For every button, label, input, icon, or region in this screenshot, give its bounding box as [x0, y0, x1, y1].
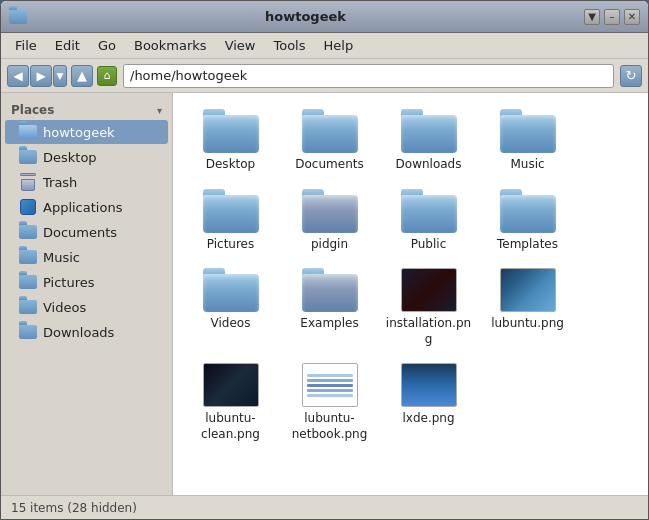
- folder-icon-templates: [500, 189, 556, 233]
- file-label-installation-png: installation.png: [385, 316, 472, 347]
- folder-icon-sm: [19, 148, 37, 166]
- folder-icon-downloads: [401, 109, 457, 153]
- trash-icon: [19, 173, 37, 191]
- file-label-videos: Videos: [211, 316, 251, 332]
- menu-go[interactable]: Go: [90, 35, 124, 56]
- sidebar-label-downloads: Downloads: [43, 325, 114, 340]
- forward-button[interactable]: ▶: [30, 65, 52, 87]
- file-item-lubuntu-netbook-png[interactable]: lubuntu-netbook.png: [282, 357, 377, 448]
- folder-icon-pidgin: [302, 189, 358, 233]
- file-manager-window: howtogeek ▼ – ✕ File Edit Go Bookmarks V…: [0, 0, 649, 520]
- reload-button[interactable]: ↻: [620, 65, 642, 87]
- sidebar-label-documents: Documents: [43, 225, 117, 240]
- menu-edit[interactable]: Edit: [47, 35, 88, 56]
- file-view: Desktop Documents Downloads: [173, 93, 648, 495]
- file-label-examples: Examples: [300, 316, 358, 332]
- sidebar-label-applications: Applications: [43, 200, 122, 215]
- sidebar-item-downloads[interactable]: Downloads: [5, 320, 168, 344]
- file-label-lubuntu-clean-png: lubuntu-clean.png: [187, 411, 274, 442]
- file-item-pictures-folder[interactable]: Pictures: [183, 183, 278, 259]
- file-label-downloads: Downloads: [396, 157, 462, 173]
- folder-icon-sm: [19, 298, 37, 316]
- back-button[interactable]: ◀: [7, 65, 29, 87]
- folder-icon-examples: [302, 268, 358, 312]
- file-item-lubuntu-png[interactable]: lubuntu.png: [480, 262, 575, 353]
- file-item-videos-folder[interactable]: Videos: [183, 262, 278, 353]
- window-controls: ▼ – ✕: [584, 9, 640, 25]
- file-label-pidgin: pidgin: [311, 237, 348, 253]
- file-label-lubuntu-netbook-png: lubuntu-netbook.png: [286, 411, 373, 442]
- file-item-pidgin-folder[interactable]: pidgin: [282, 183, 377, 259]
- file-item-installation-png[interactable]: installation.png: [381, 262, 476, 353]
- status-text: 15 items (28 hidden): [11, 501, 137, 515]
- file-grid: Desktop Documents Downloads: [183, 103, 638, 449]
- folder-icon-desktop: [203, 109, 259, 153]
- sidebar-label-howtogeek: howtogeek: [43, 125, 115, 140]
- minimize-button[interactable]: ▼: [584, 9, 600, 25]
- toolbar: ◀ ▶ ▼ ▲ ⌂ /home/howtogeek ↻: [1, 59, 648, 93]
- file-label-public: Public: [411, 237, 447, 253]
- sidebar-item-trash[interactable]: Trash: [5, 170, 168, 194]
- location-bar[interactable]: /home/howtogeek: [123, 64, 614, 88]
- file-item-lxde-png[interactable]: lxde.png: [381, 357, 476, 448]
- sidebar-label-videos: Videos: [43, 300, 86, 315]
- up-button[interactable]: ▲: [71, 65, 93, 87]
- menubar: File Edit Go Bookmarks View Tools Help: [1, 33, 648, 59]
- file-item-templates-folder[interactable]: Templates: [480, 183, 575, 259]
- titlebar: howtogeek ▼ – ✕: [1, 1, 648, 33]
- location-path: /home/howtogeek: [130, 68, 247, 83]
- sidebar-label-trash: Trash: [43, 175, 77, 190]
- file-label-documents: Documents: [295, 157, 363, 173]
- file-item-desktop[interactable]: Desktop: [183, 103, 278, 179]
- thumbnail-lubuntu: [500, 268, 556, 312]
- file-label-lubuntu-png: lubuntu.png: [491, 316, 564, 332]
- file-item-examples-folder[interactable]: Examples: [282, 262, 377, 353]
- window-icon: [9, 8, 27, 26]
- sidebar-item-howtogeek[interactable]: howtogeek: [5, 120, 168, 144]
- sidebar-label-pictures: Pictures: [43, 275, 94, 290]
- sidebar-item-applications[interactable]: Applications: [5, 195, 168, 219]
- folder-icon-pictures: [203, 189, 259, 233]
- sidebar-item-documents[interactable]: Documents: [5, 220, 168, 244]
- sidebar-item-desktop[interactable]: Desktop: [5, 145, 168, 169]
- sidebar-heading: Places ▾: [1, 99, 172, 119]
- thumbnail-lxde: [401, 363, 457, 407]
- menu-tools[interactable]: Tools: [265, 35, 313, 56]
- file-label-music: Music: [510, 157, 544, 173]
- menu-file[interactable]: File: [7, 35, 45, 56]
- folder-icon-sm: [19, 323, 37, 341]
- file-item-lubuntu-clean-png[interactable]: lubuntu-clean.png: [183, 357, 278, 448]
- folder-icon-sm: [19, 273, 37, 291]
- folder-icon-sm: [19, 248, 37, 266]
- sidebar-item-pictures[interactable]: Pictures: [5, 270, 168, 294]
- file-item-music-folder[interactable]: Music: [480, 103, 575, 179]
- file-label-templates: Templates: [497, 237, 558, 253]
- sidebar-chevron-icon: ▾: [157, 105, 162, 116]
- folder-icon-public: [401, 189, 457, 233]
- nav-dropdown-button[interactable]: ▼: [53, 65, 67, 87]
- menu-help[interactable]: Help: [316, 35, 362, 56]
- folder-icon-documents: [302, 109, 358, 153]
- sidebar-item-videos[interactable]: Videos: [5, 295, 168, 319]
- nav-back-forward: ◀ ▶ ▼: [7, 65, 67, 87]
- sidebar-label-desktop: Desktop: [43, 150, 97, 165]
- folder-icon-music: [500, 109, 556, 153]
- folder-icon-sm: [19, 223, 37, 241]
- file-item-documents[interactable]: Documents: [282, 103, 377, 179]
- folder-icon-videos: [203, 268, 259, 312]
- sidebar-item-music[interactable]: Music: [5, 245, 168, 269]
- sidebar: Places ▾ howtogeek Desktop: [1, 93, 173, 495]
- menu-view[interactable]: View: [217, 35, 264, 56]
- file-label-lxde-png: lxde.png: [402, 411, 454, 427]
- location-icon: ⌂: [97, 66, 117, 86]
- file-item-downloads-folder[interactable]: Downloads: [381, 103, 476, 179]
- folder-icon-sm: [19, 123, 37, 141]
- file-label-pictures: Pictures: [207, 237, 255, 253]
- menu-bookmarks[interactable]: Bookmarks: [126, 35, 215, 56]
- window-title: howtogeek: [27, 9, 584, 24]
- maximize-button[interactable]: –: [604, 9, 620, 25]
- thumbnail-lubuntu-clean: [203, 363, 259, 407]
- file-item-public-folder[interactable]: Public: [381, 183, 476, 259]
- main-area: Places ▾ howtogeek Desktop: [1, 93, 648, 495]
- close-button[interactable]: ✕: [624, 9, 640, 25]
